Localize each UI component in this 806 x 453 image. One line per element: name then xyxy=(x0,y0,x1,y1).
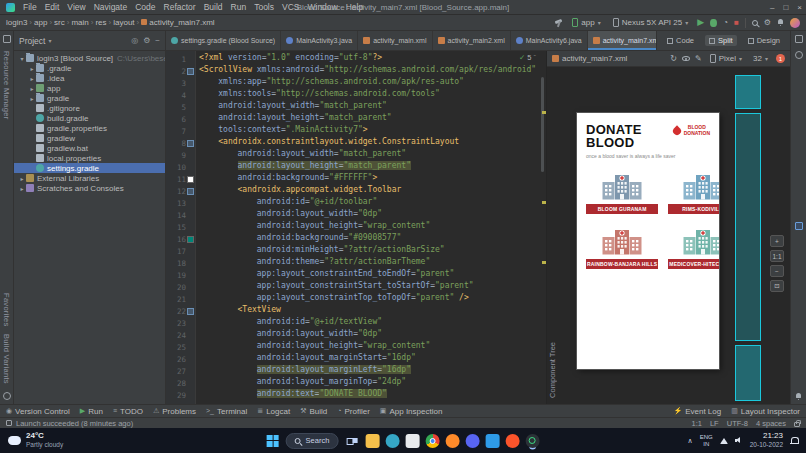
menu-view[interactable]: View xyxy=(63,2,89,12)
tree-item-app[interactable]: ▸app xyxy=(14,83,165,93)
menu-file[interactable]: File xyxy=(19,2,41,12)
hospital-card-rims-kodivilli[interactable]: RIMS-KODIVILLI xyxy=(668,173,719,214)
hospital-card-rainbow-banjara-hills[interactable]: RAINBOW-BANJARA HILLS xyxy=(586,228,658,269)
favorites-tab[interactable]: Favorites xyxy=(2,293,11,327)
store-icon[interactable] xyxy=(405,434,419,448)
tree-item-idea[interactable]: ▸.idea xyxy=(14,73,165,83)
file-explorer-icon[interactable] xyxy=(365,434,379,448)
inspection-widget[interactable]: ✓ 5 ˆ xyxy=(519,53,536,62)
menu-navigate[interactable]: Navigate xyxy=(90,2,132,12)
tree-item-gradle[interactable]: ▸.gradle xyxy=(14,63,165,73)
warning-stripe-mark[interactable] xyxy=(542,201,546,204)
breadcrumb-item-layout[interactable]: layout xyxy=(113,18,134,27)
indent-size[interactable]: 4 spaces xyxy=(756,419,786,428)
maximize-button[interactable]: □ xyxy=(783,0,788,15)
toolwindow-build[interactable]: ⚒Build xyxy=(300,407,327,416)
android-studio-icon[interactable] xyxy=(525,434,539,448)
close-button[interactable]: × xyxy=(797,0,802,15)
breadcrumb-item-res[interactable]: res xyxy=(95,18,106,27)
menu-build[interactable]: Build xyxy=(200,2,227,12)
warning-stripe-mark[interactable] xyxy=(542,261,546,264)
refresh-icon[interactable]: ↻ xyxy=(670,54,677,63)
view-toggle-design[interactable]: Design xyxy=(744,35,784,46)
hospital-card-bloom-guranam[interactable]: BLOOM GURANAM xyxy=(586,173,658,214)
toolwindow-problems[interactable]: ⚠Problems xyxy=(153,407,196,416)
menu-code[interactable]: Code xyxy=(131,2,159,12)
tree-item-gradlew-bat[interactable]: gradlew.bat xyxy=(14,143,165,153)
tree-item-login3-blood-source[interactable]: ▾login3 [Blood Source]C:\Users\beser\log… xyxy=(14,53,165,63)
emulator-icon[interactable] xyxy=(795,222,803,230)
notifications-icon[interactable] xyxy=(777,19,784,26)
view-toggle-code[interactable]: Code xyxy=(663,35,698,46)
device-manager-icon[interactable] xyxy=(795,35,803,43)
resource-manager-tab[interactable]: Resource Manager xyxy=(2,51,11,120)
tree-arrow-icon[interactable]: ▸ xyxy=(28,65,36,72)
tree-item-build-gradle[interactable]: build.gradle xyxy=(14,113,165,123)
toolwindow-terminal[interactable]: >_Terminal xyxy=(206,407,247,416)
breadcrumb-item-src[interactable]: src xyxy=(54,18,65,27)
tree-item-gradle-properties[interactable]: gradle.properties xyxy=(14,123,165,133)
zoom-fit-button[interactable]: ⊡ xyxy=(770,280,784,292)
toolwindow-logcat[interactable]: ≣Logcat xyxy=(257,407,290,416)
toolwindow-event-log[interactable]: ⚡Event Log xyxy=(673,407,721,416)
discord-icon[interactable] xyxy=(465,434,479,448)
debug-button[interactable] xyxy=(710,19,717,27)
toolwindow-run[interactable]: ▶Run xyxy=(80,407,103,416)
breadcrumb-item-activity-main7-xml[interactable]: activity_main7.xml xyxy=(141,18,214,27)
tree-item-local-properties[interactable]: local.properties xyxy=(14,153,165,163)
notification-center-icon[interactable] xyxy=(790,437,798,445)
design-preview-phone[interactable]: DONATE BLOOD BLOOD DONATION xyxy=(577,113,719,369)
profiler-button[interactable]: ◔ xyxy=(723,18,728,27)
run-button[interactable]: ▶ xyxy=(697,18,704,27)
tree-arrow-icon[interactable]: ▾ xyxy=(18,55,26,62)
tree-arrow-icon[interactable]: ▸ xyxy=(28,75,36,82)
project-tool-icon[interactable] xyxy=(3,35,11,43)
breadcrumb-item-app[interactable]: app xyxy=(34,18,47,27)
taskbar-search[interactable]: Search xyxy=(286,433,339,449)
task-view-icon[interactable] xyxy=(345,434,359,448)
run-config-dropdown[interactable]: app ▾ xyxy=(569,17,603,28)
build-variants-tab[interactable]: Build Variants xyxy=(2,334,11,384)
zoom-out-button[interactable]: − xyxy=(770,265,784,277)
tree-item-settings-gradle[interactable]: settings.gradle xyxy=(14,163,165,173)
brave-icon[interactable] xyxy=(505,434,519,448)
preview-device-dropdown[interactable]: Pixel ▾ xyxy=(707,53,745,64)
breadcrumb-item-login3[interactable]: login3 xyxy=(6,18,27,27)
menu-tools[interactable]: Tools xyxy=(250,2,278,12)
menu-edit[interactable]: Edit xyxy=(41,2,64,12)
wifi-icon[interactable] xyxy=(720,438,728,444)
code-editor[interactable]: 1234567891011121314151617181920212223242… xyxy=(166,51,546,404)
hide-panel-icon[interactable]: − xyxy=(155,36,160,45)
vscode-icon[interactable] xyxy=(485,434,499,448)
design-canvas[interactable]: DONATE BLOOD BLOOD DONATION xyxy=(547,67,790,404)
settings-gear-icon[interactable]: ⚙ xyxy=(143,36,150,45)
tree-arrow-icon[interactable]: ▸ xyxy=(28,85,36,92)
tree-item-gitignore[interactable]: .gitignore xyxy=(14,103,165,113)
warning-stripe-mark[interactable] xyxy=(542,111,546,114)
tree-item-external-libraries[interactable]: ▸External Libraries xyxy=(14,173,165,183)
tray-expand-icon[interactable]: ∧ xyxy=(688,437,693,445)
tree-item-scratches-and-consoles[interactable]: ▸Scratches and Consoles xyxy=(14,183,165,193)
tree-arrow-icon[interactable]: ▸ xyxy=(18,185,26,192)
tree-arrow-icon[interactable]: ▸ xyxy=(18,175,26,182)
zoom-in-button[interactable]: + xyxy=(770,235,784,247)
search-icon[interactable] xyxy=(752,20,758,26)
layers-tool-icon[interactable] xyxy=(3,392,11,400)
edge-icon[interactable] xyxy=(385,434,399,448)
theme-brush-icon[interactable]: ✎ xyxy=(695,54,702,63)
api-level-dropdown[interactable]: 32 ▾ xyxy=(750,53,771,64)
stop-button[interactable]: ■ xyxy=(734,19,739,27)
editor-scrollbar[interactable] xyxy=(541,77,544,172)
tree-arrow-icon[interactable]: ▸ xyxy=(28,95,36,102)
avatar[interactable] xyxy=(790,18,800,28)
gradle-icon[interactable] xyxy=(795,51,803,59)
error-badge[interactable]: 1 xyxy=(776,54,785,63)
tab-activity-main2-xml[interactable]: activity_main2.xml xyxy=(433,31,511,50)
volume-icon[interactable] xyxy=(735,437,743,445)
component-tree-tab[interactable]: Component Tree xyxy=(548,342,557,398)
toolwindow-todo[interactable]: ≡TODO xyxy=(113,407,143,416)
locate-file-icon[interactable]: ◎ xyxy=(131,36,138,45)
tree-item-gradlew[interactable]: gradlew xyxy=(14,133,165,143)
chrome-icon[interactable] xyxy=(425,434,439,448)
weather-widget[interactable]: 24°C Partly cloudy xyxy=(8,432,63,449)
